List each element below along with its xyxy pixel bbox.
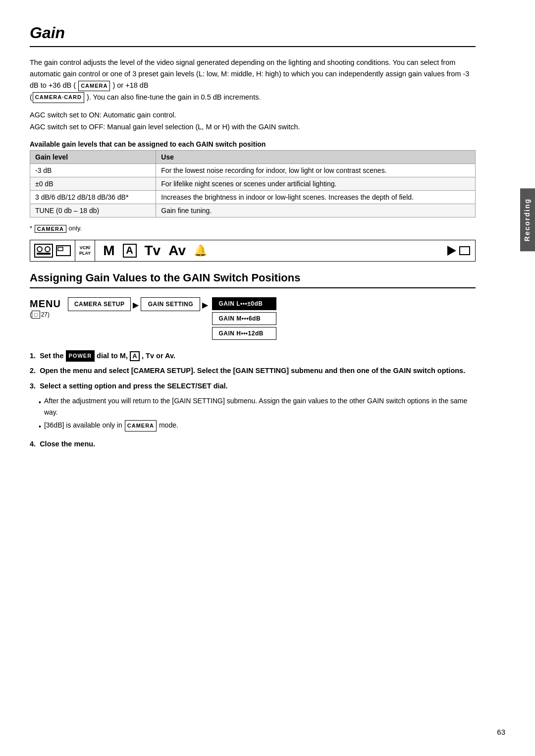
col-header-gain: Gain level xyxy=(30,151,156,164)
camera-only-note: * CAMERA only. xyxy=(30,224,476,233)
step-2: 2. Open the menu and select [CAMERA SETU… xyxy=(30,365,476,377)
page-number: 63 xyxy=(497,728,505,736)
card-icon xyxy=(56,245,71,256)
gain-level-2: ±0 dB xyxy=(30,177,156,191)
step-4: 4. Close the menu. xyxy=(30,438,476,450)
nav-gain-setting: GAIN SETTING xyxy=(141,297,200,311)
steps: 1. Set the POWER dial to M, A , Tv or Av… xyxy=(30,350,476,450)
gain-table: Gain level Use -3 dB For the lowest nois… xyxy=(30,150,476,217)
mode-tv: Tv xyxy=(145,243,161,259)
camera-badge-inline: CAMERA xyxy=(125,420,157,432)
table-row: TUNE (0 db – 18 db) Gain fine tuning. xyxy=(30,204,476,217)
gain-use-1: For the lowest noise recording for indoo… xyxy=(156,164,476,177)
mode-m: M xyxy=(103,243,114,259)
menu-label-block: MENU (□27) xyxy=(30,297,61,319)
bullet-text-1: After the adjustment you will return to … xyxy=(44,395,476,419)
nav-submenu-item-3: GAIN H•••12dB xyxy=(212,327,276,340)
gain-level-4: TUNE (0 db – 18 db) xyxy=(30,204,156,217)
mode-bar-modes: M A Tv Av 🔔 xyxy=(95,240,442,261)
gain-level-1: -3 dB xyxy=(30,164,156,177)
bullet-dot-2: • xyxy=(39,421,41,433)
nav-submenu: GAIN L•••±0dB GAIN M•••6dB GAIN H•••12dB xyxy=(212,297,276,340)
page-ref-box: □ xyxy=(32,311,40,319)
nav-arrow-2: ▶ xyxy=(200,297,210,313)
section-heading: Assigning Gain Values to the GAIN Switch… xyxy=(30,271,476,288)
play-icon xyxy=(447,246,456,256)
menu-nav: MENU (□27) CAMERA SETUP ▶ GAIN SETTING ▶… xyxy=(30,297,476,340)
table-row: 3 dB/6 dB/12 dB/18 dB/36 dB* Increases t… xyxy=(30,191,476,204)
svg-rect-3 xyxy=(37,253,51,255)
step-1: 1. Set the POWER dial to M, A , Tv or Av… xyxy=(30,350,476,362)
gain-use-3: Increases the brightness in indoor or lo… xyxy=(156,191,476,204)
menu-page-ref: (□27) xyxy=(30,311,61,319)
svg-point-1 xyxy=(37,247,42,252)
gain-use-4: Gain fine tuning. xyxy=(156,204,476,217)
svg-point-2 xyxy=(45,247,50,252)
svg-marker-6 xyxy=(447,246,456,256)
power-badge: POWER xyxy=(66,350,95,362)
table-caption: Available gain levels that can be assign… xyxy=(30,140,476,148)
mode-bell-icon: 🔔 xyxy=(194,244,207,257)
side-tab: Recording xyxy=(520,188,535,251)
mode-bar-tape-icons xyxy=(30,240,75,261)
camera-card-badge: CAMERA·CARD xyxy=(33,92,84,103)
bullet-item-2: • [36dB] is available only in CAMERA mod… xyxy=(39,420,476,433)
inline-a-box: A xyxy=(130,351,140,361)
tape-icon xyxy=(34,244,53,258)
col-header-use: Use xyxy=(156,151,476,164)
camera-only-badge: CAMERA xyxy=(35,225,66,233)
mode-bar-right-icons xyxy=(442,240,475,261)
nav-arrow-1: ▶ xyxy=(131,297,141,313)
table-row: ±0 dB For lifelike night scenes or scene… xyxy=(30,177,476,191)
bullet-dot: • xyxy=(39,397,41,419)
gain-use-2: For lifelike night scenes or scenes unde… xyxy=(156,177,476,191)
page-title: Gain xyxy=(30,24,476,47)
mode-bar-vcr-label: VCR/ PLAY xyxy=(75,240,95,261)
table-row: -3 dB For the lowest noise recording for… xyxy=(30,164,476,177)
gain-level-3: 3 dB/6 dB/12 dB/18 dB/36 dB* xyxy=(30,191,156,204)
nav-submenu-item-2: GAIN M•••6dB xyxy=(212,312,276,325)
gain-table-section: Available gain levels that can be assign… xyxy=(30,140,476,217)
bullet-text-2: [36dB] is available only in CAMERA mode. xyxy=(44,420,178,433)
step-3-details: • After the adjustment you will return t… xyxy=(39,395,476,433)
nav-camera-setup: CAMERA SETUP xyxy=(68,297,131,311)
nav-submenu-item-1: GAIN L•••±0dB xyxy=(212,297,276,310)
mode-av: Av xyxy=(168,243,186,259)
svg-rect-5 xyxy=(58,247,63,251)
step-3: 3. Select a setting option and press the… xyxy=(30,380,476,433)
square-icon xyxy=(459,246,470,255)
bullet-item-1: • After the adjustment you will return t… xyxy=(39,395,476,419)
agc-lines: AGC switch set to ON: Automatic gain con… xyxy=(30,109,476,133)
menu-label: MENU xyxy=(30,298,61,310)
intro-paragraph: The gain control adjusts the level of th… xyxy=(30,57,476,103)
mode-a-box: A xyxy=(123,244,137,258)
nav-path: CAMERA SETUP ▶ GAIN SETTING ▶ GAIN L•••±… xyxy=(68,297,476,340)
camera-badge: CAMERA xyxy=(78,81,110,92)
agc-off-line: AGC switch set to OFF: Manual gain level… xyxy=(30,121,476,133)
agc-on-line: AGC switch set to ON: Automatic gain con… xyxy=(30,109,476,121)
mode-bar: VCR/ PLAY M A Tv Av 🔔 xyxy=(30,240,476,262)
